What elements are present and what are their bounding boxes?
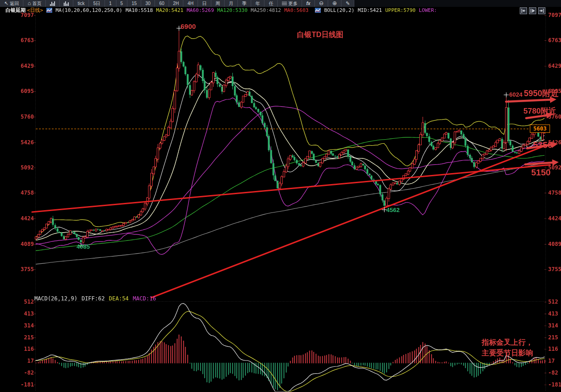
indicator-value: LOWER: [419,7,437,13]
home-icon: ⌂ [28,1,31,6]
period-label: <日线> [27,7,43,14]
current-price-badge: 5603 [530,125,550,133]
pan-to-end-icon[interactable] [538,7,545,14]
indicator-value: MA120:5330 [217,7,248,13]
toolbar-item-label: 月 [229,0,233,7]
toolbar-item-zoom-in[interactable]: ⊕ [328,0,341,7]
toolbar-item-h4[interactable]: 4H [183,0,198,7]
toolbar-item-more[interactable]: 更多 [278,0,302,7]
toolbar-item-min1[interactable]: 1 [105,0,116,7]
y-axis-label: 6763 [5,37,34,44]
chart-header: 白银延期 <日线> MA(10,20,60,120,250,0)MA10:551… [6,7,440,14]
y-axis-label: 4089 [548,241,561,247]
toolbar-item-day[interactable]: 日 [198,0,211,7]
ma-values: MA(10,20,60,120,250,0)MA10:5518MA20:5421… [55,7,312,13]
indicator-value: MID:5421 [358,7,382,13]
y-axis-label: 215 [5,334,34,341]
toolbar-item-year[interactable]: 年 [251,0,264,7]
zoom-in-icon: ⊕ [332,1,337,6]
toolbar-item-min30[interactable]: 30 [141,0,155,7]
indicator-value: MA60:5269 [187,7,214,13]
y-axis-label: 4758 [548,190,561,196]
chart-canvas[interactable] [0,0,561,392]
price-annotation: 主要受节日影响 [482,349,533,357]
y-axis-label: 413 [5,310,34,317]
toolbar-item-back[interactable]: ↖返回 [0,0,23,7]
toolbar-item-label: 任 [269,0,273,7]
indicator-value: MA(10,20,60,120,250,0) [55,7,122,13]
toolbar-item-label: 年 [255,0,260,7]
indicator-value: BOLL(20,2) [324,7,354,13]
y-axis-label: 6429 [548,63,561,69]
toolbar-item-tick[interactable]: tick [73,0,89,7]
toolbar-item-label: 返回 [10,0,19,7]
y-axis-label: 6095 [5,88,34,94]
y-axis-label: 3755 [548,266,561,272]
toolbar-item-custom[interactable]: 任 [264,0,278,7]
bar-chart-icon [50,1,55,6]
top-toolbar: ↖返回⌂首页tick5日151530602H4H日周月季年任更多fx⊖⊕✎ [0,0,561,7]
macd-value: MACD:16 [133,295,156,302]
pencil-icon: ✎ [346,1,350,6]
toolbar-item-draw[interactable]: ✎ [341,0,354,7]
y-axis-label: 116 [5,346,34,352]
indicator-value: MA250:4812 [251,7,281,13]
y-axis-label: 314 [5,322,34,329]
price-annotation: 指标金叉上行， [482,339,533,347]
toolbar-item-home[interactable]: ⌂首页 [23,0,46,7]
candlestick-icon [64,1,69,6]
toolbar-item-label: 日 [202,0,207,7]
toolbar-item-label: 更多 [288,0,297,7]
toolbar-item-label: 30 [145,0,150,7]
toolbar-item-label: 15 [132,0,137,7]
back-arrow-icon: ↖ [4,1,8,6]
macd-value: DEA:54 [109,295,129,302]
price-annotation: 6024 [509,92,522,98]
boll-indicator-icon[interactable] [315,8,321,13]
toolbar-item-week[interactable]: 周 [211,0,225,7]
toolbar-item-day5[interactable]: 5日 [89,0,105,7]
y-axis-label: 3755 [5,266,34,272]
toolbar-item-h2[interactable]: 2H [169,0,184,7]
y-axis-label: 7097 [548,12,561,18]
y-axis-label: 6429 [5,63,34,69]
macd-header: MACD(26,12,9)DIFF:62DEA:54MACD:16 [34,295,156,302]
toolbar-item-min15[interactable]: 15 [127,0,141,7]
y-axis-label: 413 [548,310,558,317]
indicator-value: MA20:5421 [156,7,184,13]
toolbar-item-min60[interactable]: 60 [155,0,169,7]
toolbar-item-label: 季 [242,0,247,7]
toolbar-item-label: 4H [187,0,193,7]
toolbar-item-min5[interactable]: 5 [116,0,128,7]
y-axis-label: 4424 [548,215,561,222]
y-axis-label: 4089 [5,241,34,247]
toolbar-item-label: 2H [173,0,179,7]
toolbar-item-zoom-out[interactable]: ⊖ [315,0,328,7]
y-axis-label: 512 [548,299,558,305]
ma-indicator-icon[interactable] [46,8,52,13]
toolbar-item-quarter[interactable]: 季 [238,0,251,7]
macd-value: MACD(26,12,9) [34,295,77,302]
price-annotation: 5150 [531,168,550,177]
pan-to-start-icon[interactable] [520,7,527,14]
y-axis-label: 314 [548,322,558,329]
toolbar-item-month[interactable]: 月 [225,0,238,7]
y-axis-label: 512 [5,299,34,305]
chart-nav-icons [520,7,545,14]
play-forward-icon[interactable] [529,7,536,14]
y-axis-label: -82 [5,370,34,376]
y-axis-label: 17 [5,358,34,364]
boll-values: BOLL(20,2)MID:5421UPPER:5790LOWER: [324,7,440,13]
toolbar-item-label: 5日 [93,0,100,7]
toolbar-item-label: 周 [215,0,220,7]
y-axis-label: 5092 [5,164,34,171]
indicator-value: UPPER:5790 [385,7,415,13]
toolbar-item-bar-panel[interactable] [46,0,60,7]
toolbar-item-label: fx [306,0,310,7]
price-annotation: 4085 [77,244,90,250]
toolbar-item-fx[interactable]: fx [302,0,315,7]
price-annotation: 5950附近 [524,89,559,98]
y-axis-label: -82 [548,370,558,376]
toolbar-item-candle-panel[interactable] [60,0,73,7]
y-axis-label: 17 [548,358,555,364]
